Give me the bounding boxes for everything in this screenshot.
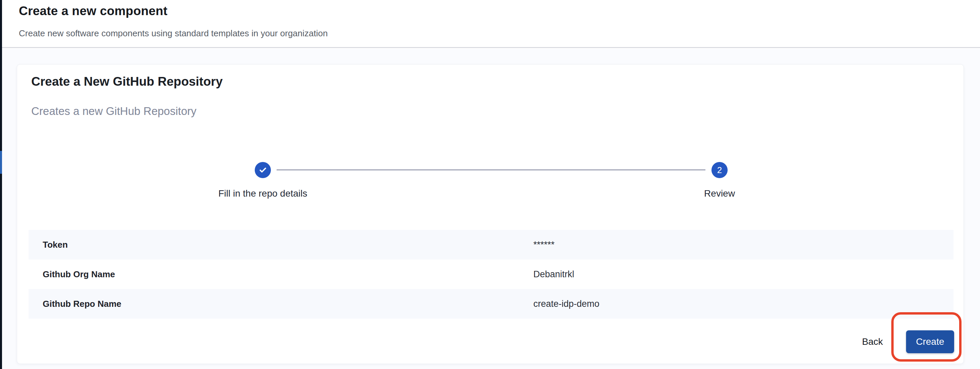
row-label-token: Token [29, 240, 533, 250]
step-2-label: Review [636, 188, 803, 199]
back-button[interactable]: Back [844, 333, 901, 350]
page-title: Create a new component [19, 4, 167, 18]
template-wizard-card: Create a New GitHub Repository Creates a… [17, 64, 964, 364]
step-1-completed-circle[interactable] [255, 162, 271, 178]
card-title: Create a New GitHub Repository [31, 75, 223, 89]
row-value-github-repo-name: create-idp-demo [533, 299, 600, 309]
step-2-number: 2 [717, 165, 722, 175]
row-value-token: ****** [533, 240, 555, 250]
review-table: Token ****** Github Org Name Debanitrkl … [29, 230, 953, 318]
content-area: Create a New GitHub Repository Creates a… [2, 49, 980, 369]
check-icon [258, 165, 267, 175]
page-subtitle: Create new software components using sta… [19, 28, 328, 39]
stepper-connector-line [277, 169, 705, 170]
create-button[interactable]: Create [906, 330, 954, 353]
page-header: Create a new component Create new softwa… [2, 0, 980, 48]
table-row: Token ****** [29, 230, 953, 259]
row-label-github-org-name: Github Org Name [29, 269, 533, 280]
table-row: Github Repo Name create-idp-demo [29, 289, 953, 318]
screen: Create a new component Create new softwa… [0, 0, 980, 369]
step-2-active-circle[interactable]: 2 [711, 162, 728, 178]
step-1-label: Fill in the repo details [179, 188, 347, 199]
table-row: Github Org Name Debanitrkl [29, 259, 953, 289]
row-label-github-repo-name: Github Repo Name [29, 299, 533, 309]
row-value-github-org-name: Debanitrkl [533, 269, 574, 280]
card-subtitle: Creates a new GitHub Repository [31, 105, 197, 118]
